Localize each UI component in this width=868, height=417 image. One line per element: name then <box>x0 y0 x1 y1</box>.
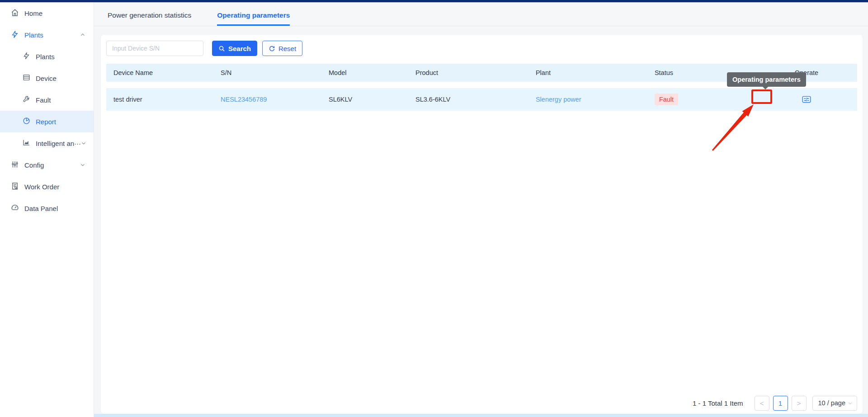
sidebar-item-data-panel[interactable]: Data Panel <box>0 197 94 219</box>
sidebar-item-home[interactable]: Home <box>0 2 94 24</box>
col-device-name: Device Name <box>106 69 213 76</box>
sidebar-item-label: Data Panel <box>24 205 58 212</box>
device-table: Device Name S/N Model Product Plant Stat… <box>106 64 857 111</box>
sidebar-item-label: Plants <box>36 53 55 61</box>
tab-label: Power generation statistics <box>108 11 191 19</box>
parameters-icon <box>802 96 811 103</box>
area-chart-icon <box>23 139 30 148</box>
cell-plant-link[interactable]: Slenergy power <box>528 96 647 103</box>
sidebar-item-label: Report <box>36 118 56 126</box>
wrench-icon <box>23 95 30 104</box>
bolt-icon <box>23 52 30 61</box>
device-list-icon <box>23 74 30 83</box>
status-badge: Fault <box>655 94 678 105</box>
app-root: Home Plants Plants Device <box>0 0 868 417</box>
pagination-summary: 1 - 1 Total 1 Item <box>693 399 743 407</box>
cell-product: SL3.6-6KLV <box>408 96 528 103</box>
chevron-down-icon <box>81 141 86 146</box>
annotation-highlight-box <box>751 89 772 104</box>
cell-status: Fault <box>647 94 756 105</box>
sidebar-item-label: Intelligent an··· <box>36 140 81 147</box>
tooltip-text: Operating parameters <box>732 76 801 83</box>
sidebar-item-label: Device <box>36 75 57 82</box>
sidebar-item-fault[interactable]: Fault <box>0 89 94 111</box>
device-sn-input[interactable] <box>106 41 203 56</box>
sidebar: Home Plants Plants Device <box>0 2 94 417</box>
pagination: 1 - 1 Total 1 Item < 1 > 10 / page <box>693 395 857 411</box>
search-toolbar: Search Reset <box>106 41 857 56</box>
prev-page-button[interactable]: < <box>755 396 769 411</box>
tab-power-generation-statistics[interactable]: Power generation statistics <box>108 2 191 26</box>
sidebar-item-label: Plants <box>24 31 43 39</box>
col-plant: Plant <box>528 69 647 76</box>
page-1-button[interactable]: 1 <box>773 396 788 411</box>
tab-operating-parameters[interactable]: Operating parameters <box>217 2 290 26</box>
operating-parameters-button[interactable] <box>800 94 813 105</box>
cell-sn-link[interactable]: NESL23456789 <box>213 96 321 103</box>
sidebar-item-plants-group[interactable]: Plants <box>0 24 94 46</box>
sidebar-item-label: Home <box>24 9 42 17</box>
main-content: Power generation statistics Operating pa… <box>94 2 868 417</box>
sidebar-item-label: Config <box>24 161 44 169</box>
reset-icon <box>269 45 275 52</box>
content-card: Search Reset Device Name S/N Model Produ… <box>101 35 863 414</box>
chevron-down-icon <box>848 401 853 406</box>
sidebar-item-label: Work Order <box>24 183 59 191</box>
tooltip-caret <box>762 86 769 89</box>
tab-label: Operating parameters <box>217 11 290 19</box>
window-top-strip <box>0 0 868 2</box>
chevron-up-icon <box>80 32 85 37</box>
home-icon <box>11 9 19 18</box>
col-model: Model <box>321 69 408 76</box>
sidebar-item-work-order[interactable]: Work Order <box>0 176 94 197</box>
sidebar-item-plants[interactable]: Plants <box>0 46 94 67</box>
page-number: 1 <box>778 399 782 407</box>
prev-icon: < <box>760 399 764 407</box>
reset-button-label: Reset <box>278 45 296 52</box>
pie-chart-icon <box>23 117 30 126</box>
col-product: Product <box>408 69 528 76</box>
bolt-icon <box>11 30 19 40</box>
bottom-strip <box>94 414 868 417</box>
operating-parameters-tooltip: Operating parameters <box>727 72 806 87</box>
cell-model: SL6KLV <box>321 96 408 103</box>
search-button[interactable]: Search <box>212 41 257 56</box>
reset-button[interactable]: Reset <box>262 41 302 56</box>
sidebar-item-label: Fault <box>36 96 51 104</box>
sidebar-item-report[interactable]: Report <box>0 111 94 132</box>
search-icon <box>218 45 225 52</box>
col-sn: S/N <box>213 69 321 76</box>
page-size-select[interactable]: 10 / page <box>812 396 857 411</box>
sidebar-item-config[interactable]: Config <box>0 154 94 176</box>
next-icon: > <box>797 399 801 407</box>
gauge-icon <box>11 204 19 213</box>
cell-device-name: test driver <box>106 96 213 103</box>
sliders-icon <box>11 160 19 170</box>
next-page-button[interactable]: > <box>792 396 807 411</box>
search-button-label: Search <box>228 45 251 52</box>
tab-bar: Power generation statistics Operating pa… <box>94 2 868 26</box>
chevron-down-icon <box>80 162 85 168</box>
document-search-icon <box>11 182 19 192</box>
table-row: test driver NESL23456789 SL6KLV SL3.6-6K… <box>106 88 857 111</box>
sidebar-item-device[interactable]: Device <box>0 67 94 89</box>
sidebar-item-intelligent-analysis[interactable]: Intelligent an··· <box>0 132 94 154</box>
page-size-value: 10 / page <box>818 399 845 407</box>
